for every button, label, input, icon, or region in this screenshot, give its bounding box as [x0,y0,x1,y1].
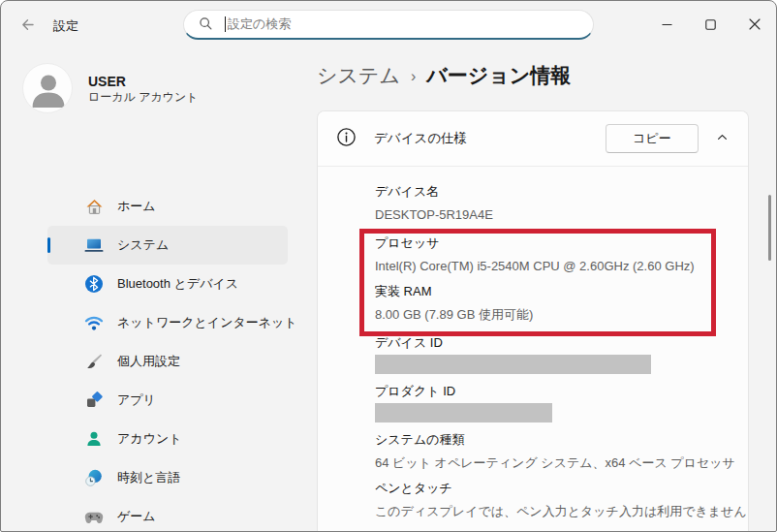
device-spec-body: デバイス名DESKTOP-5R19A4EプロセッサIntel(R) Core(T… [318,167,748,528]
spec-row: プロダクト ID [375,383,748,431]
spec-label: デバイス ID [375,334,748,350]
selected-indicator [47,237,50,253]
device-spec-card: デバイスの仕様 コピー デバイス名DESKTOP-5R19A4EプロセッサInt… [317,110,749,532]
sidebar-item-label: アプリ [117,391,156,409]
main-content: システム › バージョン情報 デバイスの仕様 コピー [317,49,749,532]
sidebar-item-label: 個人用設定 [117,353,180,370]
spec-label: プロセッサ [375,235,711,250]
window-controls [645,1,776,49]
minimize-icon [662,16,672,34]
maximize-button[interactable] [689,1,732,49]
sidebar-item-gaming[interactable]: ゲーム [47,497,288,532]
minimize-button[interactable] [645,1,689,49]
device-spec-header[interactable]: デバイスの仕様 コピー [318,111,748,167]
search-input[interactable]: 設定の検索 [183,10,594,40]
close-button[interactable] [732,1,776,49]
system-icon [84,235,104,255]
spec-label: プロダクト ID [375,383,748,398]
back-button[interactable] [15,14,40,39]
breadcrumb-separator-icon: › [411,66,416,85]
chevron-up-icon [716,130,729,147]
search-icon [199,16,213,31]
spec-label: デバイス名 [375,183,748,199]
search-placeholder: 設定の検索 [228,16,291,33]
info-icon [336,127,357,151]
collapse-button[interactable] [707,124,736,153]
maximize-icon [705,16,716,34]
sidebar-nav: ホームシステムBluetooth とデバイスネットワークとインターネット個人用設… [1,187,301,532]
spec-value: 8.00 GB (7.89 GB 使用可能) [375,307,711,322]
sidebar-item-label: アカウント [117,430,182,448]
sidebar-item-accounts[interactable]: アカウント [47,420,288,458]
sidebar-item-personalization[interactable]: 個人用設定 [47,342,288,381]
sidebar-item-time-language[interactable]: 時刻と言語 [47,458,288,497]
spec-row: プロセッサIntel(R) Core(TM) i5-2540M CPU @ 2.… [375,235,711,283]
redacted-value-bar [375,403,552,422]
sidebar-item-label: ネットワークとインターネット [117,314,297,331]
card-title: デバイスの仕様 [374,130,467,147]
spec-row: デバイス ID [375,334,748,383]
sidebar-item-bluetooth-devices[interactable]: Bluetooth とデバイス [47,265,288,303]
sidebar-item-network-internet[interactable]: ネットワークとインターネット [47,303,288,342]
back-arrow-icon [19,16,36,37]
user-meta: USER ローカル アカウント [88,73,199,105]
home-icon [84,197,104,216]
sidebar-item-home[interactable]: ホーム [47,187,288,226]
gaming-icon [84,507,104,526]
settings-window: 設定 設定の検索 [0,0,777,532]
titlebar: 設定 設定の検索 [1,1,776,49]
personalization-icon [84,352,104,371]
network-icon [84,313,104,332]
redacted-value-bar [375,355,651,374]
close-icon [749,16,761,34]
scrollbar-thumb[interactable] [768,195,771,261]
spec-row: ペンとタッチこのディスプレイでは、ペン入力とタッチ入力は利用できません [375,480,748,528]
spec-row: 実装 RAM8.00 GB (7.89 GB 使用可能) [375,283,711,331]
scrollbar-track[interactable] [765,49,773,532]
user-account[interactable]: USER ローカル アカウント [20,61,288,115]
spec-row: システムの種類64 ビット オペレーティング システム、x64 ベース プロセッ… [375,431,748,480]
spec-label: システムの種類 [375,431,748,447]
spec-value: 64 ビット オペレーティング システム、x64 ベース プロセッサ [375,455,748,470]
text-cursor [225,16,226,32]
sidebar-item-label: ホーム [117,198,156,215]
breadcrumb-parent[interactable]: システム [317,62,400,89]
spec-label: 実装 RAM [375,283,711,298]
sidebar-item-apps[interactable]: アプリ [47,381,288,420]
spec-value: Intel(R) Core(TM) i5-2540M CPU @ 2.60GHz… [375,259,711,273]
copy-button[interactable]: コピー [606,124,699,153]
time-language-icon [84,468,104,487]
highlight-annotation-box: プロセッサIntel(R) Core(TM) i5-2540M CPU @ 2.… [359,229,716,336]
apps-icon [84,391,104,410]
sidebar-item-label: システム [117,236,169,254]
app-title: 設定 [53,17,78,35]
accounts-icon [84,429,104,449]
spec-label: ペンとタッチ [375,480,748,495]
breadcrumb: システム › バージョン情報 [317,61,749,90]
sidebar: USER ローカル アカウント ホームシステムBluetooth とデバイスネッ… [1,49,301,532]
sidebar-item-label: Bluetooth とデバイス [117,275,238,293]
avatar [22,63,73,113]
bluetooth-icon [84,274,104,294]
user-account-type: ローカル アカウント [88,90,199,105]
user-name: USER [88,73,199,90]
spec-row: デバイス名DESKTOP-5R19A4E [375,183,748,232]
spec-value: DESKTOP-5R19A4E [375,207,748,222]
sidebar-item-system[interactable]: システム [47,226,288,265]
sidebar-item-label: ゲーム [117,508,156,525]
app-body: USER ローカル アカウント ホームシステムBluetooth とデバイスネッ… [1,49,776,532]
spec-value: このディスプレイでは、ペン入力とタッチ入力は利用できません [375,504,748,518]
sidebar-item-label: 時刻と言語 [117,469,180,486]
page-title: バージョン情報 [426,62,571,89]
